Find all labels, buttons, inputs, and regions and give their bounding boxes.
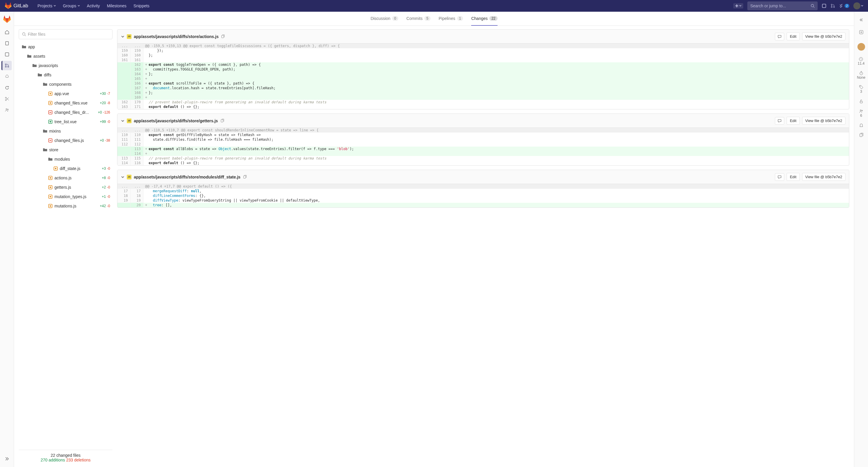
edit-button[interactable]: Edit bbox=[786, 173, 800, 181]
lock-widget[interactable] bbox=[859, 99, 864, 104]
svg-rect-6 bbox=[5, 53, 9, 56]
js-file-icon: JS bbox=[127, 34, 131, 39]
copy-icon[interactable] bbox=[243, 175, 247, 179]
tab-discussion[interactable]: Discussion0 bbox=[370, 12, 398, 26]
svg-point-11 bbox=[5, 99, 6, 101]
svg-point-38 bbox=[860, 86, 861, 87]
add-todo-button[interactable] bbox=[857, 28, 866, 37]
merge-request-icon bbox=[831, 3, 835, 8]
svg-point-7 bbox=[5, 64, 6, 65]
sidebar-issues[interactable] bbox=[2, 50, 12, 59]
sidebar-operations[interactable] bbox=[2, 83, 12, 93]
file-modified-icon bbox=[48, 204, 53, 208]
project-avatar-icon[interactable] bbox=[3, 15, 11, 24]
todos-count: 2 bbox=[844, 4, 849, 8]
filter-input[interactable] bbox=[28, 32, 109, 37]
view-file-button[interactable]: View file @ b5b7e7e2 bbox=[802, 117, 845, 125]
tree-file[interactable]: mutations.js+42-0 bbox=[19, 201, 113, 211]
reference-widget[interactable] bbox=[859, 133, 864, 137]
chevron-down-icon bbox=[78, 5, 80, 7]
sidebar-expand[interactable] bbox=[857, 15, 866, 25]
global-search[interactable] bbox=[747, 1, 818, 10]
edit-button[interactable]: Edit bbox=[786, 117, 800, 125]
assignee-button[interactable] bbox=[857, 42, 866, 52]
merge-requests-link[interactable] bbox=[831, 3, 835, 8]
tree-file[interactable]: getters.js+2-0 bbox=[19, 182, 113, 192]
view-file-button[interactable]: View file @ b5b7e7e2 bbox=[802, 173, 845, 181]
participants-widget[interactable]: 6 bbox=[859, 109, 864, 118]
chevron-down-icon[interactable] bbox=[121, 175, 124, 179]
main-content: Discussion0 Commits5 Pipelines1 Changes2… bbox=[14, 12, 854, 467]
svg-point-16 bbox=[50, 93, 51, 94]
tree-file[interactable]: mutation_types.js+1-0 bbox=[19, 192, 113, 201]
svg-rect-42 bbox=[860, 134, 862, 137]
filter-files-box[interactable] bbox=[19, 29, 113, 39]
toggle-comments-button[interactable] bbox=[775, 173, 784, 181]
chevron-double-right-icon bbox=[5, 457, 9, 461]
tree-file[interactable]: actions.js+8-0 bbox=[19, 173, 113, 182]
time-tracking-widget[interactable]: None bbox=[857, 71, 865, 79]
gitlab-logo[interactable]: GitLab bbox=[5, 2, 28, 9]
tree-folder[interactable]: modules bbox=[19, 155, 113, 164]
milestone-widget[interactable]: 11.4 bbox=[858, 57, 865, 66]
sidebar-snippets[interactable] bbox=[2, 94, 12, 104]
tree-folder[interactable]: javascripts bbox=[19, 61, 113, 70]
plus-square-icon bbox=[859, 30, 864, 35]
tree-folder[interactable]: store bbox=[19, 145, 113, 155]
tree-file[interactable]: changed_files_dr...+0-126 bbox=[19, 108, 113, 117]
tree-file[interactable]: changed_files.js+0-38 bbox=[19, 136, 113, 145]
tree-file[interactable]: changed_files.vue+20-8 bbox=[19, 98, 113, 108]
file-modified-icon bbox=[48, 175, 53, 180]
tree-file[interactable]: diff_state.js+3-0 bbox=[19, 164, 113, 173]
tree-folder[interactable]: assets bbox=[19, 52, 113, 61]
new-dropdown[interactable] bbox=[733, 3, 743, 8]
notifications-widget[interactable] bbox=[859, 123, 864, 128]
chevron-down-icon bbox=[739, 5, 742, 7]
tree-folder[interactable]: app bbox=[19, 42, 113, 52]
nav-groups[interactable]: Groups bbox=[59, 0, 84, 12]
diff-file: JS app/assets/javascripts/diffs/store/mo… bbox=[117, 170, 849, 208]
folder-icon bbox=[43, 129, 48, 133]
sidebar-ci[interactable] bbox=[2, 72, 12, 81]
sidebar-repository[interactable] bbox=[2, 39, 12, 48]
sidebar-merge-requests[interactable] bbox=[1, 61, 12, 70]
view-file-button[interactable]: View file @ b5b7e7e2 bbox=[802, 32, 845, 40]
sidebar-collapse[interactable] bbox=[2, 454, 12, 464]
user-menu[interactable] bbox=[854, 2, 863, 9]
svg-point-3 bbox=[831, 6, 832, 8]
tab-commits[interactable]: Commits5 bbox=[406, 12, 431, 26]
copy-icon[interactable] bbox=[221, 35, 225, 39]
nav-snippets[interactable]: Snippets bbox=[130, 0, 153, 12]
todos-link[interactable]: 2 bbox=[839, 3, 849, 8]
sidebar-overview[interactable] bbox=[2, 28, 12, 37]
nav-milestones[interactable]: Milestones bbox=[103, 0, 130, 12]
todos-icon bbox=[839, 3, 844, 8]
nav-projects[interactable]: Projects bbox=[34, 0, 59, 12]
users-icon bbox=[5, 108, 9, 112]
toggle-comments-button[interactable] bbox=[775, 33, 784, 40]
project-sidebar bbox=[0, 12, 14, 467]
tree-file[interactable]: app.vue+30-7 bbox=[19, 89, 113, 98]
tree-folder[interactable]: components bbox=[19, 79, 113, 89]
tree-folder[interactable]: diffs bbox=[19, 70, 113, 79]
svg-point-2 bbox=[831, 4, 832, 5]
nav-activity[interactable]: Activity bbox=[84, 0, 103, 12]
sidebar-members[interactable] bbox=[2, 105, 12, 115]
diff-file: JS app/assets/javascripts/diffs/store/ac… bbox=[117, 29, 849, 109]
home-icon bbox=[5, 30, 9, 35]
folder-icon bbox=[32, 63, 37, 68]
issues-link[interactable] bbox=[822, 3, 827, 8]
edit-button[interactable]: Edit bbox=[786, 32, 800, 40]
labels-widget[interactable]: 3 bbox=[859, 85, 864, 94]
search-input[interactable] bbox=[750, 3, 811, 8]
toggle-comments-button[interactable] bbox=[775, 117, 784, 125]
tree-file[interactable]: tree_list.vue+99-0 bbox=[19, 117, 113, 126]
svg-point-23 bbox=[55, 168, 56, 169]
tab-pipelines[interactable]: Pipelines1 bbox=[439, 12, 463, 26]
chevron-down-icon[interactable] bbox=[121, 119, 124, 123]
folder-icon bbox=[43, 82, 48, 87]
tree-folder[interactable]: mixins bbox=[19, 126, 113, 136]
copy-icon[interactable] bbox=[220, 119, 224, 123]
tab-changes[interactable]: Changes22 bbox=[471, 12, 497, 26]
chevron-down-icon[interactable] bbox=[121, 35, 124, 38]
